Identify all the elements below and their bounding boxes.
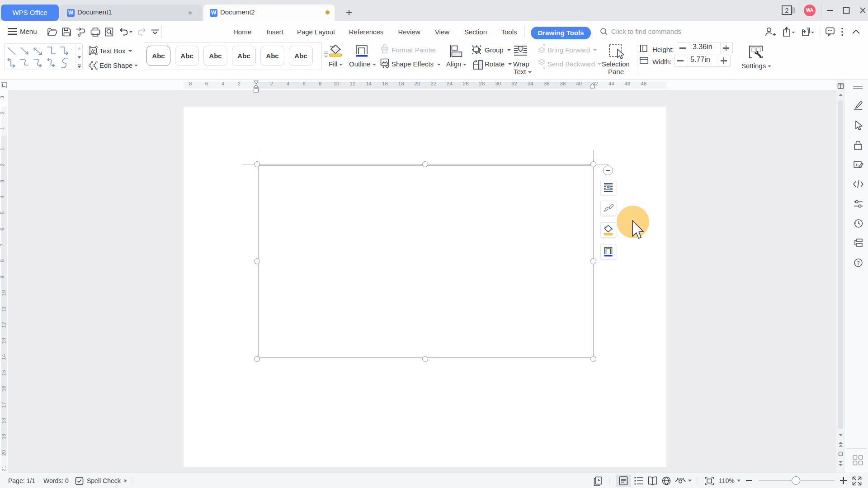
svg-text:?: ?: [857, 260, 859, 266]
svg-text:A: A: [91, 48, 94, 53]
svg-text:2: 2: [785, 6, 788, 14]
